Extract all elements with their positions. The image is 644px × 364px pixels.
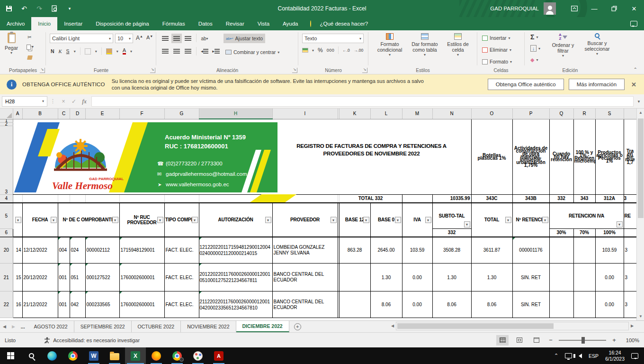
cell[interactable]: 000001176 <box>512 237 549 264</box>
cell[interactable]: 8.06 <box>471 291 512 318</box>
filter-icon[interactable] <box>15 217 21 223</box>
row-header-21[interactable]: 21 <box>0 264 13 291</box>
row-header-5[interactable]: 5 <box>0 203 13 229</box>
cell[interactable] <box>85 195 119 203</box>
col-header-E[interactable]: E <box>85 109 119 119</box>
code-cell-T-clipped[interactable]: 3 <box>624 195 636 203</box>
format-painter-button[interactable] <box>27 55 32 61</box>
zoom-slider[interactable] <box>559 340 606 341</box>
cell[interactable]: LOMBEIDA GONZALEZ JENNY SILVANA <box>272 237 338 264</box>
code-cell-343B[interactable]: 343B <box>512 195 549 203</box>
acrobat-icon[interactable]: A <box>208 347 229 364</box>
zoom-slider-thumb[interactable] <box>581 337 585 344</box>
cell[interactable]: 051 <box>70 264 85 291</box>
fill-color-button[interactable] <box>106 48 112 55</box>
start-button[interactable] <box>0 347 21 364</box>
learn-more-button[interactable]: Más información <box>569 79 625 90</box>
insert-cells-button[interactable]: Insertar▾ <box>480 33 512 43</box>
col-header-R[interactable]: R <box>573 109 595 119</box>
sheet-tab-agosto[interactable]: AGOSTO 2022 <box>28 321 74 332</box>
col-header-O[interactable]: O <box>471 109 512 119</box>
merge-center-button[interactable]: Combinar y centrar▾ <box>224 47 281 57</box>
row-header-1[interactable]: 1 <box>0 119 13 122</box>
note-cell-S[interactable]: Productos agricoilas o Pecuarios 1% <box>595 119 624 195</box>
col-header-L[interactable]: L <box>370 109 402 119</box>
filter-icon[interactable] <box>157 217 163 223</box>
grow-font-button[interactable]: A▲ <box>136 35 143 41</box>
sheet-tab-septiembre[interactable]: SEPTIEMBRE 2022 <box>74 321 132 332</box>
horizontal-scrollbar[interactable]: ◀ ▶ <box>389 322 635 330</box>
zoom-in-button[interactable]: + <box>611 337 617 344</box>
col-header-P[interactable]: P <box>512 109 549 119</box>
cell[interactable]: 000002112 <box>85 237 119 264</box>
cell[interactable]: 000127522 <box>85 264 119 291</box>
underline-button[interactable]: S <box>66 48 70 54</box>
cell[interactable]: 14 <box>13 237 22 264</box>
code-cell-343C[interactable]: 343C <box>471 195 512 203</box>
tab-vista[interactable]: Vista <box>251 17 276 30</box>
cell[interactable]: 2012202201176000260000120010510001275221… <box>199 264 272 291</box>
scroll-left-icon[interactable]: ◀ <box>389 322 396 330</box>
total-332-value-cell[interactable]: 10335.99 <box>432 195 471 203</box>
accounting-dropdown[interactable]: ▾ <box>312 48 314 53</box>
header-retencion-iva[interactable]: RETENCION IVA <box>549 203 624 229</box>
find-select-button[interactable]: Buscar y seleccionar ▾ <box>581 33 614 56</box>
align-top-button[interactable] <box>160 34 170 43</box>
cell[interactable] <box>573 237 595 264</box>
taskbar-clock[interactable]: 16:24 6/1/2023 <box>605 350 625 362</box>
cell[interactable]: 042 <box>70 291 85 318</box>
header-comprobante[interactable]: Nº DE C OMPROBANTE <box>58 203 119 237</box>
header-autorizacion[interactable]: AUTORIZACIÓN <box>199 203 272 237</box>
cell[interactable] <box>70 195 85 203</box>
scroll-up-icon[interactable]: ▲ <box>637 109 644 117</box>
tab-inicio[interactable]: Inicio <box>31 17 57 30</box>
page-break-view-button[interactable] <box>530 335 543 346</box>
firefox-icon[interactable] <box>146 347 167 364</box>
note-cell-T-clipped[interactable]: Tra en bie mue 1,7 <box>624 119 636 195</box>
sheet-nav-right-icon[interactable]: ▶ <box>9 321 18 332</box>
cell[interactable]: 8.06 <box>432 291 471 318</box>
action-center-icon[interactable] <box>631 353 638 359</box>
horizontal-scroll-thumb[interactable] <box>397 323 554 329</box>
cell[interactable]: 20/12/2022 <box>22 264 58 291</box>
font-size-combo[interactable]: 10▾ <box>115 34 133 43</box>
filter-icon[interactable] <box>112 217 118 223</box>
cell[interactable]: 1212202201171594812900120040240000021120… <box>199 237 272 264</box>
cell[interactable]: SIN. RET <box>512 291 549 318</box>
tab-datos[interactable]: Datos <box>192 17 219 30</box>
cell[interactable]: 15 <box>13 264 22 291</box>
new-sheet-button[interactable]: + <box>289 321 306 332</box>
cell[interactable]: 103.59 <box>402 237 432 264</box>
col-header-S[interactable]: S <box>595 109 624 119</box>
tab-archivo[interactable]: Archivo <box>0 17 31 30</box>
autosum-button[interactable]: Σ▾ <box>528 32 540 42</box>
filter-icon[interactable] <box>505 217 511 223</box>
cell[interactable]: 000233565 <box>85 291 119 318</box>
fill-color-dropdown[interactable]: ▾ <box>116 49 118 54</box>
normal-view-button[interactable] <box>496 335 509 346</box>
sheet-nav-left-icon[interactable]: ◀ <box>0 321 9 332</box>
subheader-100[interactable]: 100% <box>595 229 624 237</box>
header-iva[interactable]: IVA <box>402 203 432 237</box>
cell[interactable]: 3508.28 <box>432 237 471 264</box>
restore-button[interactable] <box>604 0 624 17</box>
code-cell-343[interactable]: 343 <box>573 195 595 203</box>
filter-icon[interactable] <box>265 217 271 223</box>
word-icon[interactable]: W <box>83 347 104 364</box>
vertical-scroll-thumb[interactable] <box>638 118 644 218</box>
subheader-30[interactable]: 30% <box>549 229 573 237</box>
cell[interactable]: 21/12/2022 <box>22 291 58 318</box>
header-ruc-proveedor[interactable]: Nº RUC PROVEEDOR <box>119 203 164 237</box>
col-header-M[interactable]: M <box>402 109 432 119</box>
filter-icon[interactable] <box>51 217 57 223</box>
cell[interactable]: BANCO CENTRAL DEL ECUADOR <box>272 264 338 291</box>
cell[interactable]: 0.00 <box>402 291 432 318</box>
sort-filter-button[interactable]: AZ Ordenar y filtrar ▾ <box>547 33 579 58</box>
numero-dialog-launcher[interactable] <box>362 68 367 73</box>
filter-icon[interactable] <box>363 217 369 223</box>
subheader-70[interactable]: 70% <box>573 229 595 237</box>
cell[interactable]: 8.06 <box>370 291 402 318</box>
row-header-4[interactable]: 4 <box>0 195 13 203</box>
col-header-D[interactable]: D <box>70 109 85 119</box>
cell[interactable]: 12/12/2022 <box>22 237 58 264</box>
